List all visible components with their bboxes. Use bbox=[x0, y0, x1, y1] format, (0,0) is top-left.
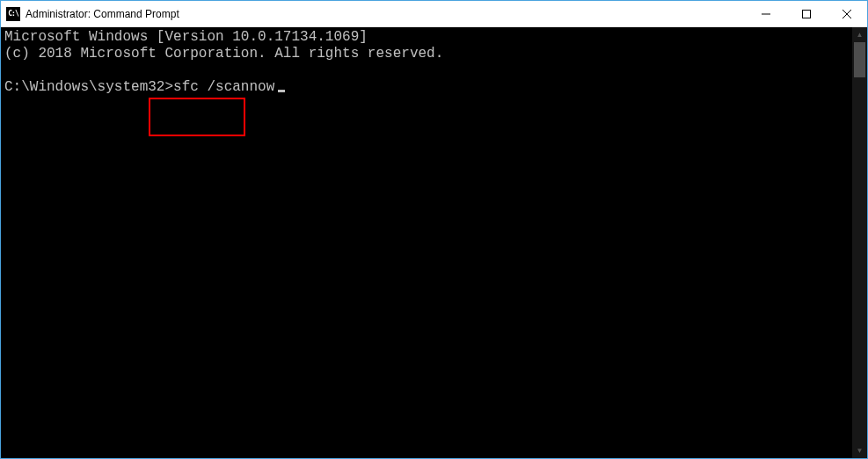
terminal-area[interactable]: Microsoft Windows [Version 10.0.17134.10… bbox=[1, 27, 867, 458]
command-text: sfc /scannow bbox=[173, 79, 274, 95]
minimize-button[interactable] bbox=[746, 1, 786, 26]
scroll-down-button[interactable]: ▼ bbox=[852, 443, 867, 458]
scroll-thumb[interactable] bbox=[854, 42, 865, 77]
prompt-text: C:\Windows\system32> bbox=[4, 79, 173, 95]
scroll-up-button[interactable]: ▲ bbox=[852, 27, 867, 42]
titlebar[interactable]: C:\ Administrator: Command Prompt bbox=[1, 1, 867, 27]
cmd-icon: C:\ bbox=[6, 7, 20, 21]
text-cursor bbox=[278, 90, 285, 92]
maximize-button[interactable] bbox=[786, 1, 827, 26]
version-line: Microsoft Windows [Version 10.0.17134.10… bbox=[4, 29, 368, 45]
vertical-scrollbar[interactable]: ▲ ▼ bbox=[852, 27, 867, 458]
svg-rect-1 bbox=[803, 10, 811, 18]
terminal-output[interactable]: Microsoft Windows [Version 10.0.17134.10… bbox=[1, 27, 852, 458]
close-button[interactable] bbox=[827, 1, 867, 26]
copyright-line: (c) 2018 Microsoft Corporation. All righ… bbox=[4, 46, 443, 62]
window-controls bbox=[746, 1, 867, 26]
window-title: Administrator: Command Prompt bbox=[26, 8, 746, 20]
command-prompt-window: C:\ Administrator: Command Prompt Micros… bbox=[0, 0, 868, 459]
